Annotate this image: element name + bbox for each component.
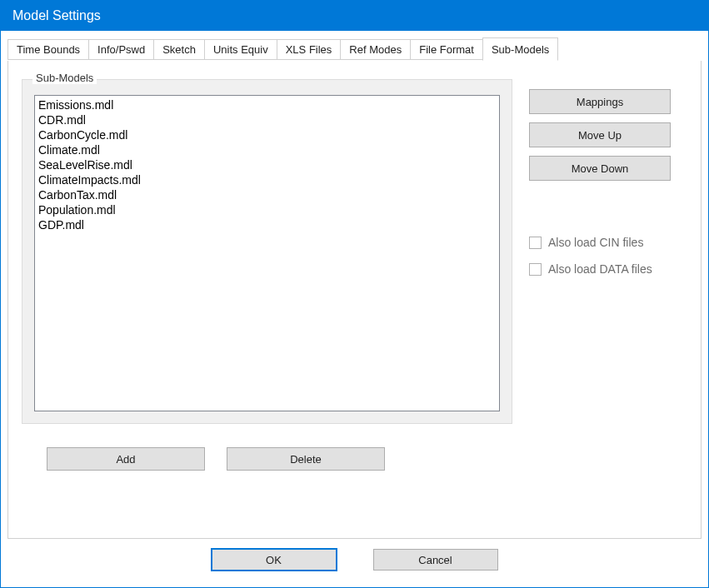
move-up-button[interactable]: Move Up [529,122,671,147]
checkbox-box-icon [529,263,542,276]
submodels-fieldset: Sub-Models Emissions.mdlCDR.mdlCarbonCyc… [22,79,512,424]
checkbox-label: Also load DATA files [548,262,652,276]
cancel-button[interactable]: Cancel [373,549,498,571]
button-label: Move Down [572,162,629,175]
dialog-button-row: OK Cancel [7,539,702,571]
tab-label: File Format [419,43,474,56]
button-label: Move Up [578,129,622,142]
tab-label: XLS Files [286,43,332,56]
list-item[interactable]: CDR.mdl [38,112,496,127]
load-cin-checkbox[interactable]: Also load CIN files [529,236,687,249]
tab-label: Sketch [162,43,196,56]
tab-label: Info/Pswd [97,43,145,56]
list-item[interactable]: CarbonTax.mdl [38,187,496,202]
button-label: Cancel [418,554,452,566]
titlebar: Model Settings [1,1,708,31]
tab-units-equiv[interactable]: Units Equiv [204,39,277,60]
fieldset-legend: Sub-Models [32,72,97,84]
tab-sketch[interactable]: Sketch [153,39,204,60]
submodels-listbox[interactable]: Emissions.mdlCDR.mdlCarbonCycle.mdlClima… [34,95,500,411]
move-down-button[interactable]: Move Down [529,156,671,181]
list-item[interactable]: Climate.mdl [38,142,496,157]
tab-page-sub-models: Sub-Models Emissions.mdlCDR.mdlCarbonCyc… [7,60,702,539]
list-item[interactable]: SeaLevelRise.mdl [38,157,496,172]
button-label: Delete [290,453,322,466]
tab-label: Ref Modes [349,43,402,56]
list-item[interactable]: ClimateImpacts.mdl [38,172,496,187]
dialog-content: Time Bounds Info/Pswd Sketch Units Equiv… [1,31,708,587]
tab-label: Units Equiv [213,43,268,56]
list-item[interactable]: Population.mdl [38,202,496,217]
button-label: Add [116,453,135,466]
list-item[interactable]: CarbonCycle.mdl [38,127,496,142]
list-item[interactable]: Emissions.mdl [38,97,496,112]
window-title: Model Settings [12,8,101,23]
button-label: Mappings [577,96,623,108]
list-item[interactable]: GDP.mdl [38,217,496,232]
tab-info-pswd[interactable]: Info/Pswd [88,39,153,60]
tab-strip: Time Bounds Info/Pswd Sketch Units Equiv… [7,39,702,61]
right-panel: Mappings Move Up Move Down Also load CIN… [529,74,687,518]
tab-file-format[interactable]: File Format [410,39,482,60]
mappings-button[interactable]: Mappings [529,89,671,114]
load-data-checkbox[interactable]: Also load DATA files [529,262,687,276]
delete-button[interactable]: Delete [227,447,385,471]
tab-ref-modes[interactable]: Ref Modes [340,39,410,60]
tab-sub-models[interactable]: Sub-Models [482,37,558,61]
add-button[interactable]: Add [47,447,205,471]
button-label: OK [266,554,282,566]
tab-xls-files[interactable]: XLS Files [277,39,341,60]
tab-time-bounds[interactable]: Time Bounds [7,39,88,60]
tab-label: Sub-Models [492,43,549,56]
tab-label: Time Bounds [17,43,80,56]
ok-button[interactable]: OK [212,549,337,571]
checkbox-box-icon [529,237,542,249]
checkbox-label: Also load CIN files [548,236,643,249]
